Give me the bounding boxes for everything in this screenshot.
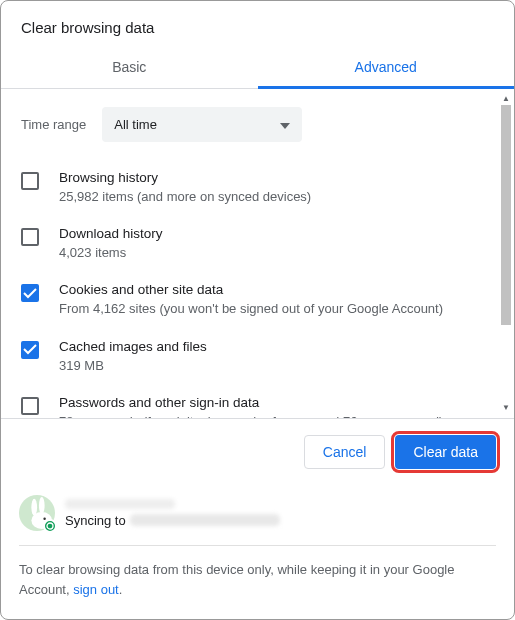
dialog-title: Clear browsing data (1, 1, 514, 46)
scroll-down-icon[interactable]: ▼ (502, 402, 510, 414)
tabs: Basic Advanced (1, 46, 514, 89)
item-download-history: Download history 4,023 items (21, 216, 494, 272)
time-range-select[interactable]: All time (102, 107, 302, 142)
tab-advanced[interactable]: Advanced (258, 46, 515, 88)
content-scroll: Time range All time Browsing history 25,… (1, 89, 514, 418)
footer-note: To clear browsing data from this device … (1, 546, 514, 619)
scroll-up-icon[interactable]: ▲ (502, 93, 510, 105)
dialog-buttons: Cancel Clear data (1, 419, 514, 485)
svg-point-1 (31, 499, 37, 516)
checkbox-browsing-history[interactable] (21, 172, 39, 190)
scroll-thumb[interactable] (501, 105, 511, 325)
item-sub: 4,023 items (59, 244, 494, 262)
time-range-value: All time (114, 117, 157, 132)
time-range-row: Time range All time (21, 101, 494, 160)
redacted-email (130, 514, 280, 526)
redacted-name (65, 499, 175, 509)
item-title: Passwords and other sign-in data (59, 395, 494, 410)
clear-data-button[interactable]: Clear data (395, 435, 496, 469)
item-title: Cached images and files (59, 339, 494, 354)
sync-text: Syncing to (65, 499, 496, 528)
item-title: Cookies and other site data (59, 282, 494, 297)
item-sub: 78 passwords (for minitool.com, ahrefs.c… (59, 413, 494, 418)
chevron-down-icon (280, 117, 290, 132)
cancel-button[interactable]: Cancel (304, 435, 386, 469)
item-cached: Cached images and files 319 MB (21, 329, 494, 385)
checkbox-cached[interactable] (21, 341, 39, 359)
tab-basic[interactable]: Basic (1, 46, 258, 88)
scrollbar[interactable]: ▲ ▼ (500, 93, 512, 414)
item-passwords: Passwords and other sign-in data 78 pass… (21, 385, 494, 418)
syncing-label: Syncing to (65, 513, 126, 528)
svg-point-2 (39, 497, 45, 514)
item-title: Download history (59, 226, 494, 241)
check-icon (23, 288, 37, 299)
sign-out-link[interactable]: sign out (73, 582, 119, 597)
item-sub: 319 MB (59, 357, 494, 375)
time-range-label: Time range (21, 117, 86, 132)
clear-browsing-data-dialog: Clear browsing data Basic Advanced Time … (0, 0, 515, 620)
item-cookies: Cookies and other site data From 4,162 s… (21, 272, 494, 328)
item-sub: From 4,162 sites (you won't be signed ou… (59, 300, 494, 318)
scroll-track[interactable] (500, 105, 512, 402)
avatar[interactable] (19, 495, 55, 531)
item-title: Browsing history (59, 170, 494, 185)
check-icon (23, 344, 37, 355)
sync-badge-icon (43, 519, 57, 533)
item-sub: 25,982 items (and more on synced devices… (59, 188, 494, 206)
sync-row: Syncing to (1, 485, 514, 545)
checkbox-passwords[interactable] (21, 397, 39, 415)
checkbox-cookies[interactable] (21, 284, 39, 302)
item-browsing-history: Browsing history 25,982 items (and more … (21, 160, 494, 216)
checkbox-download-history[interactable] (21, 228, 39, 246)
